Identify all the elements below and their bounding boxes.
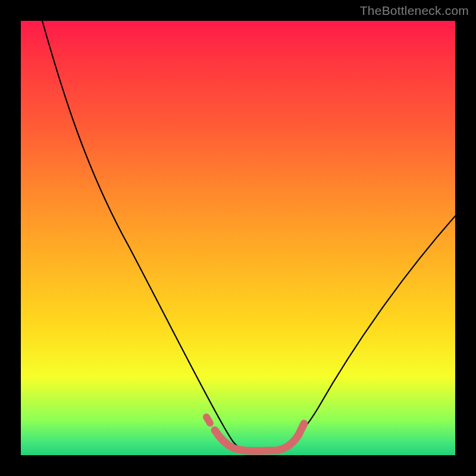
chart-frame: TheBottleneck.com xyxy=(0,0,476,476)
optimal-highlight-dot xyxy=(206,417,210,423)
curve-layer xyxy=(21,21,455,455)
watermark-text: TheBottleneck.com xyxy=(360,4,469,18)
bottleneck-curve xyxy=(42,21,455,449)
plot-area xyxy=(21,21,455,455)
optimal-highlight xyxy=(215,424,304,451)
